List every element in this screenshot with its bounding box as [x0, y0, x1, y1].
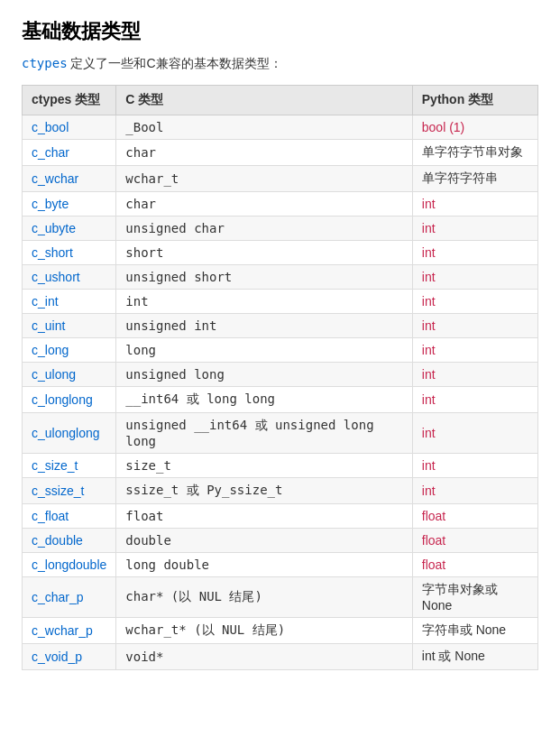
table-row: c_bool_Boolbool (1) — [23, 115, 538, 140]
cell-python: int — [412, 314, 537, 338]
cell-ctypes: c_longdouble — [23, 553, 116, 577]
cell-python: int — [412, 478, 537, 504]
cell-python: float — [412, 553, 537, 577]
cell-python: int — [412, 241, 537, 265]
cell-python: int — [412, 387, 537, 413]
cell-ctype: size_t — [116, 454, 412, 478]
cell-ctypes: c_wchar_p — [23, 618, 116, 644]
cell-ctype: long — [116, 338, 412, 363]
cell-ctype: wchar_t — [116, 166, 412, 192]
cell-python: int — [412, 265, 537, 290]
cell-ctype: int — [116, 290, 412, 314]
cell-ctypes: c_longlong — [23, 387, 116, 413]
cell-ctypes: c_int — [23, 290, 116, 314]
cell-ctype: unsigned long — [116, 363, 412, 387]
cell-ctypes: c_float — [23, 504, 116, 529]
cell-ctype: __int64 或 long long — [116, 387, 412, 413]
intro-text: ctypes 定义了一些和C兼容的基本数据类型： — [22, 56, 538, 72]
cell-ctypes: c_uint — [23, 314, 116, 338]
cell-ctype: unsigned short — [116, 265, 412, 290]
cell-ctypes: c_ubyte — [23, 216, 116, 241]
cell-ctype: char — [116, 192, 412, 216]
cell-ctype: float — [116, 504, 412, 529]
table-row: c_wchar_pwchar_t* (以 NUL 结尾)字符串或 None — [23, 618, 538, 644]
cell-ctypes: c_size_t — [23, 454, 116, 478]
col-header-python: Python 类型 — [412, 86, 537, 115]
cell-ctype: ssize_t 或 Py_ssize_t — [116, 478, 412, 504]
table-row: c_char_pchar* (以 NUL 结尾)字节串对象或 None — [23, 577, 538, 618]
cell-ctypes: c_ulong — [23, 363, 116, 387]
col-header-ctypes: ctypes 类型 — [23, 86, 116, 115]
cell-ctype: double — [116, 529, 412, 553]
cell-python: 单字符字节串对象 — [412, 140, 537, 166]
table-row: c_ubyteunsigned charint — [23, 216, 538, 241]
cell-ctype: _Bool — [116, 115, 412, 140]
page-title: 基础数据类型 — [22, 18, 538, 45]
cell-python: 字符串或 None — [412, 618, 537, 644]
cell-ctypes: c_void_p — [23, 644, 116, 670]
cell-ctype: unsigned __int64 或 unsigned long long — [116, 413, 412, 454]
col-header-ctype: C 类型 — [116, 86, 412, 115]
cell-python: int — [412, 290, 537, 314]
data-types-table: ctypes 类型 C 类型 Python 类型 c_bool_Boolbool… — [22, 85, 538, 670]
cell-ctypes: c_ushort — [23, 265, 116, 290]
intro-ctypes: ctypes — [22, 56, 68, 70]
table-row: c_longlongint — [23, 338, 538, 363]
table-row: c_floatfloatfloat — [23, 504, 538, 529]
table-row: c_longdoublelong doublefloat — [23, 553, 538, 577]
cell-ctypes: c_byte — [23, 192, 116, 216]
table-row: c_shortshortint — [23, 241, 538, 265]
cell-ctypes: c_double — [23, 529, 116, 553]
cell-python: 字节串对象或 None — [412, 577, 537, 618]
cell-python: int — [412, 192, 537, 216]
cell-ctypes: c_wchar — [23, 166, 116, 192]
table-row: c_bytecharint — [23, 192, 538, 216]
table-row: c_uintunsigned intint — [23, 314, 538, 338]
cell-ctypes: c_char — [23, 140, 116, 166]
cell-ctypes: c_char_p — [23, 577, 116, 618]
cell-ctype: short — [116, 241, 412, 265]
cell-python: float — [412, 529, 537, 553]
cell-python: int — [412, 338, 537, 363]
cell-ctypes: c_ulonglong — [23, 413, 116, 454]
cell-ctype: char* (以 NUL 结尾) — [116, 577, 412, 618]
cell-ctype: wchar_t* (以 NUL 结尾) — [116, 618, 412, 644]
cell-python: int — [412, 216, 537, 241]
table-row: c_charchar单字符字节串对象 — [23, 140, 538, 166]
table-row: c_longlong__int64 或 long longint — [23, 387, 538, 413]
cell-python: float — [412, 504, 537, 529]
cell-python: int — [412, 454, 537, 478]
table-row: c_void_pvoid*int 或 None — [23, 644, 538, 670]
cell-ctype: long double — [116, 553, 412, 577]
table-row: c_wcharwchar_t单字符字符串 — [23, 166, 538, 192]
cell-ctype: void* — [116, 644, 412, 670]
cell-ctypes: c_ssize_t — [23, 478, 116, 504]
cell-python: 单字符字符串 — [412, 166, 537, 192]
table-row: c_size_tsize_tint — [23, 454, 538, 478]
cell-ctype: unsigned int — [116, 314, 412, 338]
table-row: c_intintint — [23, 290, 538, 314]
table-row: c_ushortunsigned shortint — [23, 265, 538, 290]
cell-ctype: char — [116, 140, 412, 166]
cell-ctypes: c_bool — [23, 115, 116, 140]
table-header-row: ctypes 类型 C 类型 Python 类型 — [23, 86, 538, 115]
cell-python: int — [412, 363, 537, 387]
cell-python: int — [412, 413, 537, 454]
table-row: c_ssize_tssize_t 或 Py_ssize_tint — [23, 478, 538, 504]
cell-ctypes: c_long — [23, 338, 116, 363]
cell-ctype: unsigned char — [116, 216, 412, 241]
table-row: c_ulonglongunsigned __int64 或 unsigned l… — [23, 413, 538, 454]
table-row: c_doubledoublefloat — [23, 529, 538, 553]
cell-python: int 或 None — [412, 644, 537, 670]
cell-ctypes: c_short — [23, 241, 116, 265]
cell-python: bool (1) — [412, 115, 537, 140]
table-row: c_ulongunsigned longint — [23, 363, 538, 387]
